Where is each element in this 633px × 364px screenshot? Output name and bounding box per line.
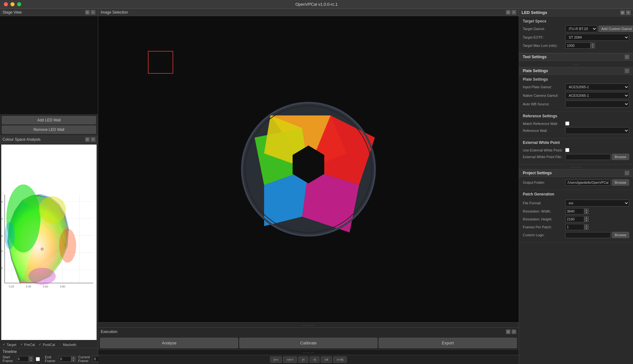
timeline-controls: Start Frame: ▲ ▼ End Frame: ▲ ▼ <box>3 355 95 363</box>
output-folder-browse-button[interactable]: Browse <box>612 179 629 186</box>
led-settings-close-icon[interactable]: ✕ <box>626 10 630 15</box>
target-max-lum-input[interactable] <box>565 42 591 49</box>
auto-wb-source-select[interactable] <box>565 101 629 108</box>
close-button[interactable] <box>4 2 8 6</box>
start-frame-input[interactable] <box>16 356 29 362</box>
external-wp-file-input[interactable] <box>565 154 611 160</box>
colour-analysis-close-icon[interactable]: ✕ <box>91 137 95 142</box>
remove-led-wall-button[interactable]: Remove LED Wall <box>2 126 96 134</box>
tool-settings-title: Tool Settings <box>523 55 547 59</box>
external-wp-browse-button[interactable]: Browse <box>612 154 629 160</box>
custom-logo-input[interactable] <box>565 232 611 238</box>
resolution-width-down[interactable]: ▼ <box>584 211 589 214</box>
led-settings-title: LED Settings <box>522 10 547 15</box>
window-controls <box>4 2 21 6</box>
svg-point-34 <box>59 229 76 263</box>
legend-target[interactable]: ✓ Target <box>3 342 16 347</box>
colour-analysis-resize-icon[interactable]: ⊞ <box>85 137 90 142</box>
frames-per-patch-input[interactable] <box>565 224 584 230</box>
target-eotf-select[interactable]: ST 2084 Gamma 2.2 Linear <box>565 34 629 41</box>
export-button[interactable]: Export <box>379 338 517 348</box>
resolution-height-input[interactable] <box>565 216 584 222</box>
resolution-width-up[interactable]: ▲ <box>584 208 589 211</box>
image-selection-close-icon[interactable]: ✕ <box>512 10 516 15</box>
start-frame-down[interactable]: ▼ <box>29 359 33 362</box>
prev-frame-button[interactable]: |< <box>298 356 308 363</box>
end-frame-input[interactable] <box>59 356 71 362</box>
target-max-lum-wrapper: ▲ ▼ <box>565 42 595 49</box>
resolution-height-wrapper: ▲ ▼ <box>565 216 589 222</box>
plate-settings-expand-icon[interactable]: − <box>625 69 629 73</box>
match-reference-wall-checkbox[interactable] <box>565 121 569 126</box>
execution-title: Execution <box>101 330 117 334</box>
led-settings-resize-icon[interactable]: ⊞ <box>620 10 625 15</box>
resolution-height-down[interactable]: ▼ <box>584 219 589 222</box>
forward-button[interactable]: ># <box>321 356 332 363</box>
add-custom-gamut-button[interactable]: Add Custom Gamut <box>598 26 633 32</box>
legend-macbeth[interactable]: ✓ Macbeth <box>59 342 76 347</box>
image-selection-resize-icon[interactable]: ⊞ <box>506 10 510 15</box>
tool-settings-header[interactable]: Tool Settings + <box>519 53 633 61</box>
legend-postcal[interactable]: ✓ PostCal <box>39 342 55 347</box>
plate-settings-sub: Plate Settings <box>523 77 629 82</box>
custom-logo-browse-button[interactable]: Browse <box>612 232 629 238</box>
plate-settings-header[interactable]: Plate Settings − <box>519 67 633 75</box>
external-white-point-title: External White Point <box>519 139 633 145</box>
resolution-width-input[interactable] <box>565 208 584 214</box>
rewind-start-button[interactable]: |<< <box>270 356 282 363</box>
calibrate-button[interactable]: Calibrate <box>239 338 377 348</box>
frames-per-patch-up[interactable]: ▲ <box>584 224 589 227</box>
playback-divider: — — — <box>98 350 519 355</box>
patch-generation-section: File Format: exr tiff dpx Resolution: Wi… <box>519 197 633 243</box>
target-eotf-row: Target EOTF: ST 2084 Gamma 2.2 Linear <box>523 34 629 41</box>
svg-text:0.50: 0.50 <box>1 267 3 270</box>
external-wp-file-row: External White Point File: Browse <box>523 154 629 160</box>
project-settings-header[interactable]: Project Settings − <box>519 169 633 177</box>
svg-point-35 <box>28 268 56 285</box>
fast-forward-button[interactable]: >>#| <box>333 356 347 363</box>
minimize-button[interactable] <box>10 2 15 6</box>
stage-view-resize-icon[interactable]: ⊞ <box>85 10 90 15</box>
resolution-width-wrapper: ▲ ▼ <box>565 208 589 214</box>
colour-analysis-header: Colour Space Analysis ⊞ ✕ <box>0 136 98 143</box>
target-max-lum-down[interactable]: ▼ <box>591 46 595 48</box>
svg-text:0.90: 0.90 <box>1 200 3 203</box>
image-selection-header: Image Selection ⊞ ✕ <box>98 9 519 16</box>
output-folder-row: Output Folder: Browse <box>523 179 629 186</box>
reference-wall-select[interactable] <box>565 127 629 134</box>
frames-per-patch-down[interactable]: ▼ <box>584 227 589 230</box>
target-max-lum-up[interactable]: ▲ <box>591 43 595 46</box>
external-white-point-section: Use External White Point: External White… <box>519 145 633 164</box>
end-frame-up[interactable]: ▲ <box>71 356 76 359</box>
use-external-wp-checkbox[interactable] <box>565 148 569 152</box>
colour-analysis-title: Colour Space Analysis <box>3 137 41 142</box>
native-camera-gamut-select[interactable]: ACES2065-1 ACEScg Rec.709 <box>565 92 629 99</box>
rewind-button[interactable]: >|<< <box>283 356 297 363</box>
resolution-height-row: Resolution: Height: ▲ ▼ <box>523 216 629 222</box>
input-plate-gamut-select[interactable]: ACES2065-1 ACEScg sRGB <box>565 83 629 90</box>
tool-settings-expand-icon[interactable]: + <box>625 55 629 59</box>
main-layout: Stage View ⊞ ✕ Add LED Wall Remove LED W… <box>0 9 633 364</box>
analyse-button[interactable]: Analyse <box>100 338 238 348</box>
start-frame-checkbox[interactable] <box>36 357 40 361</box>
execution-close-icon[interactable]: ✕ <box>512 330 516 334</box>
file-format-select[interactable]: exr tiff dpx <box>565 200 629 207</box>
target-gamut-select[interactable]: ITU-R BT.20 ITU-R BT.709 DCI-P3 <box>565 25 597 32</box>
image-selection-icons: ⊞ ✕ <box>506 10 516 15</box>
image-selection-title: Image Selection <box>101 10 128 15</box>
stage-view-close-icon[interactable]: ✕ <box>91 10 95 15</box>
add-led-wall-button[interactable]: Add LED Wall <box>2 116 96 124</box>
native-camera-gamut-row: Native Camera Gamut: ACES2065-1 ACEScg R… <box>523 92 629 99</box>
start-frame-up[interactable]: ▲ <box>29 356 33 359</box>
legend-precal[interactable]: ✓ PreCal <box>20 342 35 347</box>
next-frame-button[interactable]: >| <box>310 356 320 363</box>
project-settings-expand-icon[interactable]: − <box>625 171 629 175</box>
selection-box[interactable] <box>148 51 173 74</box>
chart-legend: ✓ Target ✓ PreCal ✓ PostCal ✓ Macbeth <box>0 341 98 348</box>
end-frame-down[interactable]: ▼ <box>71 359 76 362</box>
output-folder-input[interactable] <box>565 180 611 186</box>
maximize-button[interactable] <box>17 2 21 6</box>
execution-resize-icon[interactable]: ⊞ <box>506 330 510 334</box>
resolution-height-up[interactable]: ▲ <box>584 216 589 219</box>
match-reference-wall-row: Match Reference Wall: <box>523 121 629 126</box>
